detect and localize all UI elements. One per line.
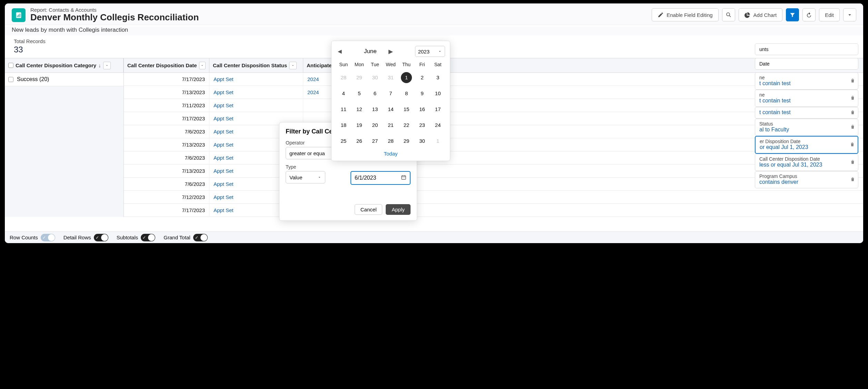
delete-filter-button[interactable] <box>850 78 855 84</box>
day-cell[interactable]: 6 <box>368 88 382 99</box>
refresh-button[interactable] <box>802 8 816 21</box>
filter-card[interactable]: Call Center Disposition Dateless or equa… <box>755 154 858 171</box>
th-disposition-status[interactable]: Call Center Disposition Status <box>209 58 303 72</box>
day-cell[interactable]: 22 <box>400 120 413 131</box>
day-cell[interactable]: 26 <box>352 136 366 147</box>
day-cell[interactable]: 15 <box>400 104 413 115</box>
day-cell[interactable]: 14 <box>384 104 397 115</box>
day-cell[interactable]: 3 <box>431 72 445 83</box>
day-cell[interactable]: 18 <box>337 120 351 131</box>
subtitle-row: New leads by month with Collegis interac… <box>5 27 863 36</box>
grand-total-toggle[interactable]: Grand Total ✓ <box>164 234 207 241</box>
th-status-menu[interactable] <box>289 62 297 69</box>
filter-card[interactable]: er Disposition Dateor equal Jul 1, 2023 <box>755 136 858 154</box>
day-cell[interactable]: 27 <box>368 136 382 147</box>
delete-filter-button[interactable] <box>850 124 855 130</box>
cell-year[interactable] <box>303 99 335 112</box>
group-checkbox[interactable] <box>8 63 13 68</box>
day-cell[interactable]: 7 <box>384 88 397 99</box>
day-cell[interactable]: 13 <box>368 104 382 115</box>
day-cell[interactable]: 19 <box>352 120 366 131</box>
row-counts-toggle[interactable]: Row Counts ✓ <box>10 234 55 241</box>
cell-date: 7/13/2023 <box>124 138 209 151</box>
delete-filter-button[interactable] <box>850 110 855 116</box>
edit-button[interactable]: Edit <box>819 8 840 21</box>
cell-year[interactable]: 2024 <box>303 73 335 86</box>
th-group[interactable]: Call Center Disposition Category ↓ <box>5 58 124 72</box>
cell-date: 7/17/2023 <box>124 112 209 125</box>
day-cell[interactable]: 9 <box>415 88 429 99</box>
filter-card[interactable]: net contain test <box>755 72 858 90</box>
search-icon <box>726 12 732 18</box>
day-cell[interactable]: 12 <box>352 104 366 115</box>
day-prev-month[interactable]: 29 <box>352 72 366 83</box>
group-row-success[interactable]: Success (20) <box>5 73 124 86</box>
cell-year[interactable]: 2024 <box>303 86 335 99</box>
day-next-month[interactable]: 1 <box>431 136 445 147</box>
more-actions-button[interactable] <box>843 8 856 21</box>
day-cell[interactable]: 25 <box>337 136 351 147</box>
day-cell[interactable]: 1 <box>401 72 412 83</box>
chevron-down-icon <box>317 175 322 179</box>
filter-card[interactable]: Statusal to Faculty <box>755 119 858 136</box>
day-cell[interactable]: 8 <box>400 88 413 99</box>
next-month-button[interactable]: ▶ <box>387 47 394 57</box>
date-input[interactable]: 6/1/2023 <box>351 171 411 185</box>
filter-card[interactable]: net contain test <box>755 90 858 107</box>
th-status-label: Call Center Disposition Status <box>213 62 287 68</box>
today-link[interactable]: Today <box>336 151 446 157</box>
day-cell[interactable]: 20 <box>368 120 382 131</box>
day-cell[interactable]: 11 <box>337 104 351 115</box>
group-row-checkbox[interactable] <box>8 77 13 82</box>
subtotals-toggle[interactable]: Subtotals ✓ <box>117 234 156 241</box>
day-prev-month[interactable]: 30 <box>368 72 382 83</box>
cell-status[interactable]: Appt Set <box>209 86 303 99</box>
day-cell[interactable]: 29 <box>400 136 413 147</box>
search-button[interactable] <box>722 8 735 21</box>
cell-status[interactable]: Appt Set <box>209 99 303 112</box>
filter-card-show[interactable]: unts <box>755 43 858 55</box>
day-cell[interactable]: 24 <box>431 120 445 131</box>
day-cell[interactable]: 17 <box>431 104 445 115</box>
th-disposition-date[interactable]: Call Center Disposition Date <box>124 58 209 72</box>
delete-filter-button[interactable] <box>850 159 855 166</box>
edit-label: Edit <box>825 12 834 18</box>
th-group-menu[interactable] <box>103 62 111 69</box>
day-prev-month[interactable]: 28 <box>337 72 351 83</box>
delete-filter-button[interactable] <box>850 142 855 148</box>
year-select[interactable]: 2023 <box>415 46 445 57</box>
cancel-button[interactable]: Cancel <box>355 204 383 215</box>
chart-pie-icon <box>744 12 751 18</box>
detail-rows-toggle[interactable]: Detail Rows ✓ <box>63 234 108 241</box>
th-anticipated[interactable]: Anticipate <box>303 58 335 72</box>
delete-filter-button[interactable] <box>850 177 855 183</box>
day-cell[interactable]: 2 <box>415 72 429 83</box>
filter-card-datefield[interactable]: Date <box>755 58 858 70</box>
filter-card[interactable]: t contain test <box>755 107 858 119</box>
filter-show-label: unts <box>759 47 768 52</box>
day-prev-month[interactable]: 31 <box>384 72 397 83</box>
day-cell[interactable]: 16 <box>415 104 429 115</box>
funnel-icon <box>789 12 796 18</box>
dow-label: Fri <box>414 62 430 67</box>
filter-toggle-button[interactable] <box>786 8 799 21</box>
cell-status[interactable]: Appt Set <box>209 73 303 86</box>
type-select[interactable]: Value <box>286 171 325 183</box>
filter-card[interactable]: Program Campuscontains denver <box>755 171 858 188</box>
chevron-down-icon <box>438 49 442 53</box>
day-cell[interactable]: 23 <box>415 120 429 131</box>
apply-button[interactable]: Apply <box>386 204 411 215</box>
day-cell[interactable]: 30 <box>415 136 429 147</box>
prev-month-button[interactable]: ◀ <box>336 47 343 56</box>
delete-filter-button[interactable] <box>850 95 855 101</box>
day-cell[interactable]: 4 <box>337 88 351 99</box>
enable-field-editing-button[interactable]: Enable Field Editing <box>652 8 718 21</box>
day-cell[interactable]: 10 <box>431 88 445 99</box>
add-chart-button[interactable]: Add Chart <box>739 8 783 21</box>
header-toolbar: Enable Field Editing Add Chart Edit <box>652 8 856 21</box>
day-cell[interactable]: 28 <box>384 136 397 147</box>
th-year-label: Anticipate <box>307 62 332 68</box>
day-cell[interactable]: 21 <box>384 120 397 131</box>
day-cell[interactable]: 5 <box>352 88 366 99</box>
th-date-menu[interactable] <box>199 62 206 69</box>
